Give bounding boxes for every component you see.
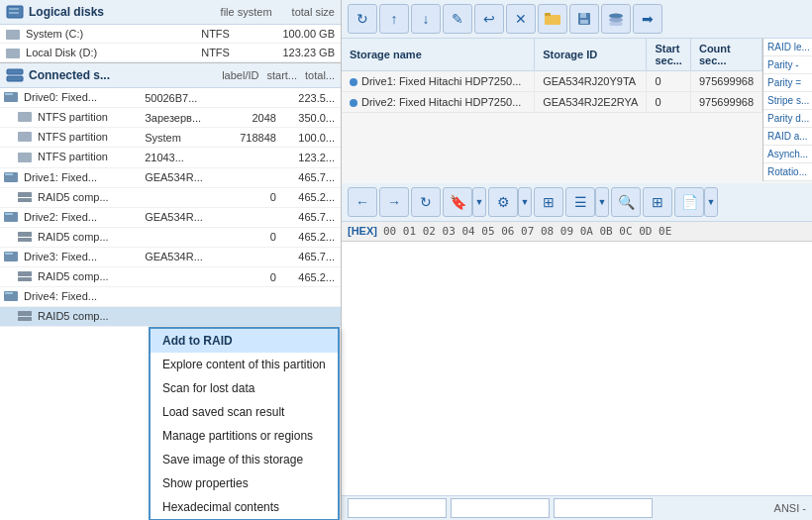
undo-button[interactable]: ↩ [474,4,504,34]
fs-col-header: file system [221,6,272,18]
context-menu-item[interactable]: Manage partitions or regions [151,424,338,448]
item-icon [4,291,18,303]
hdd-icon [6,30,20,40]
refresh-button[interactable]: ↻ [348,4,377,34]
table-row[interactable]: Local Disk (D:) NTFS 123.23 GB [0,44,341,62]
svg-rect-21 [18,277,32,281]
col-count-sec: Count sec... [690,39,761,71]
settings-button[interactable]: ⚙ [488,187,518,217]
svg-rect-16 [18,232,32,237]
item-total: 465.2... [282,187,341,207]
settings-dropdown[interactable]: ⚙ ▼ [488,187,532,217]
info-panel-item[interactable]: Stripe s... [763,92,812,110]
table-row[interactable]: Drive1: Fixed... GEA534R... 465.7... [0,167,341,187]
storage-start: 0 [647,71,691,92]
hex-tag: [HEX] [348,225,377,238]
item-name: Drive0: Fixed... [0,88,139,108]
context-menu-item[interactable]: Scan for lost data [151,376,338,400]
info-panel-item[interactable]: RAID a... [763,128,812,146]
item-icon [18,153,32,164]
bottom-input-2[interactable] [451,498,550,518]
copy-button[interactable]: 📄 [674,187,704,217]
connected-title: Connected s... [29,68,110,82]
forward-button[interactable]: → [379,187,409,217]
info-panel-item[interactable]: Parity d... [763,110,812,128]
table-row[interactable]: Drive4: Fixed... [0,287,341,307]
item-name: Drive2: Fixed... [0,207,139,227]
info-panel-item[interactable]: Asynch... [763,146,812,163]
info-panel-item[interactable]: Rotatio... [763,163,812,181]
svg-rect-12 [18,192,32,197]
context-menu-item[interactable]: Show properties [151,471,338,495]
hex-cols: 00 01 02 03 04 05 06 07 08 09 0A 0B 0C 0… [383,225,671,238]
status-dot [350,99,357,107]
context-menu-item[interactable]: Explore content of this partition [151,353,338,376]
context-menu-item[interactable]: Load saved scan result [151,400,338,424]
up-button[interactable]: ↑ [379,4,409,34]
disk-fs: NTFS [169,44,236,62]
table-row[interactable]: Drive1: Fixed Hitachi HDP7250... GEA534R… [342,71,762,92]
item-label: GEA534R... [139,207,224,227]
start-col: start... [266,69,297,81]
search-button[interactable]: 🔍 [611,187,641,217]
storage-table: Storage name Storage ID Start sec... Cou… [342,39,762,113]
list-dropdown[interactable]: ☰ ▼ [565,187,609,217]
svg-rect-24 [18,311,32,316]
bottom-input-1[interactable] [348,498,447,518]
table-row[interactable]: NTFS partition Зарезерв... 2048 350.0... [0,108,341,128]
table-row[interactable]: Drive0: Fixed... 50026B7... 223.5... [0,88,341,108]
bookmark-dropdown[interactable]: 🔖 ▼ [443,187,486,217]
info-panel-item[interactable]: Parity - [763,56,812,74]
close-button[interactable]: ✕ [506,4,536,34]
svg-rect-2 [9,12,19,14]
table-row[interactable]: Drive2: Fixed Hitachi HDP7250... GEA534R… [342,92,762,113]
item-label: Зарезерв... [139,108,224,128]
info-panel-item[interactable]: Parity = [763,74,812,92]
item-start: 718848 [224,128,282,148]
storage-start: 0 [647,92,691,113]
disk-name: Local Disk (D:) [0,44,169,62]
item-label [139,227,224,247]
table-row[interactable]: NTFS partition 21043... 123.2... [0,148,341,167]
grid-button[interactable]: ⊞ [534,187,563,217]
logical-disks-title: Logical disks [29,5,104,19]
logical-disks-table: System (C:) NTFS 100.00 GB Local Disk (D… [0,25,341,62]
item-start [224,148,282,167]
settings-arrow[interactable]: ▼ [518,187,532,217]
hex-content[interactable] [342,242,812,495]
table-row[interactable]: RAID5 comp... 0 465.2... [0,227,341,247]
bookmark-arrow[interactable]: ▼ [472,187,486,217]
edit-button[interactable]: ✎ [443,4,472,34]
list-button[interactable]: ☰ [565,187,595,217]
down-button[interactable]: ↓ [411,4,441,34]
info-panel-item[interactable]: RAID le... [763,39,812,56]
table-button[interactable]: ⊞ [643,187,672,217]
table-row[interactable]: RAID5 comp... 0 465.2... [0,267,341,287]
table-row[interactable]: NTFS partition System 718848 100.0... [0,128,341,148]
item-label: 21043... [139,148,224,167]
table-row[interactable]: Drive3: Fixed... GEA534R... 465.7... [0,247,341,266]
layers-button[interactable] [601,4,631,34]
context-menu-item[interactable]: Save image of this storage [151,448,338,471]
bookmark-button[interactable]: 🔖 [443,187,472,217]
item-icon [4,172,18,184]
item-start: 0 [224,227,282,247]
list-arrow[interactable]: ▼ [595,187,609,217]
storage-id: GEA534RJ20Y9TA [535,71,647,92]
rotate-button[interactable]: ↻ [411,187,441,217]
save-button[interactable] [569,4,599,34]
context-menu-item[interactable]: Hexadecimal contents [151,495,338,519]
bottom-input-3[interactable] [554,498,653,518]
size-col-header: total size [292,6,335,18]
context-menu-item[interactable]: Add to RAID [151,329,338,353]
back-button[interactable]: ← [348,187,377,217]
export-button[interactable]: ➡ [633,4,662,34]
table-row[interactable]: Drive2: Fixed... GEA534R... 465.7... [0,207,341,227]
copy-dropdown[interactable]: 📄 ▼ [674,187,718,217]
copy-arrow[interactable]: ▼ [704,187,718,217]
connected-header: Connected s... label/ID start... total..… [0,63,341,88]
folder-button[interactable] [538,4,567,34]
table-row[interactable]: RAID5 comp... 0 465.2... [0,187,341,207]
table-row[interactable]: System (C:) NTFS 100.00 GB [0,25,341,44]
table-row[interactable]: RAID5 comp... [0,307,341,327]
